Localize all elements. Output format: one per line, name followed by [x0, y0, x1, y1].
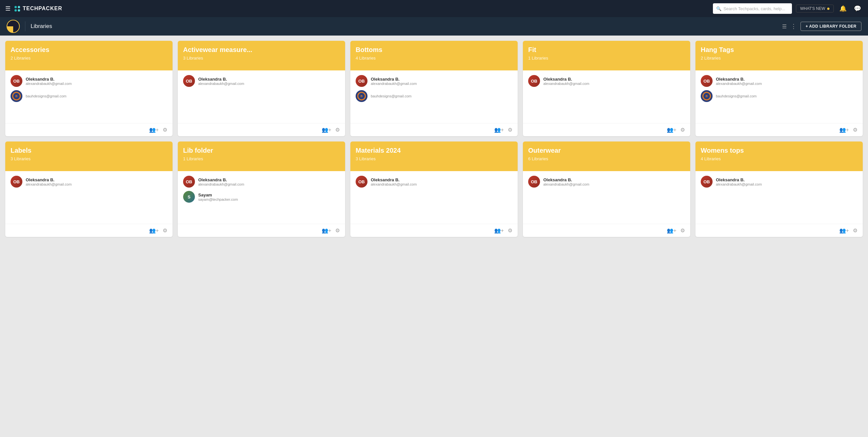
user-name: Oleksandra B.	[716, 77, 762, 81]
user-info: Oleksandra B. alexandrabaukh@gmail.com	[371, 177, 417, 186]
user-email: alexandrabaukh@gmail.com	[371, 182, 417, 186]
library-card[interactable]: Fit 1 Libraries OB Oleksandra B. alexand…	[523, 41, 690, 136]
card-footer: 👥+ ⚙	[695, 224, 863, 237]
settings-icon[interactable]: ⚙	[680, 227, 685, 234]
user-name: Oleksandra B.	[26, 77, 72, 81]
avatar-image: OB	[528, 75, 540, 87]
add-member-icon[interactable]: 👥+	[839, 127, 849, 133]
avatar-image: OB	[355, 176, 368, 188]
filter-icon[interactable]: ☰	[782, 23, 787, 30]
add-member-icon[interactable]: 👥+	[667, 227, 676, 234]
user-row: OB Oleksandra B. alexandrabaukh@gmail.co…	[528, 75, 685, 87]
library-card[interactable]: Hang Tags 2 Libraries OB Oleksandra B. a…	[695, 41, 863, 136]
user-email: bauhdesigns@gmail.com	[26, 94, 66, 98]
card-subtitle: 3 Libraries	[10, 156, 167, 161]
card-footer: 👥+ ⚙	[695, 123, 863, 136]
user-row: B bauhdesigns@gmail.com	[355, 90, 513, 102]
bauh-logo-inner: B	[357, 92, 366, 100]
avatar: OB	[701, 75, 713, 87]
sub-header: Libraries ☰ ⋮ + ADD LIBRARY FOLDER	[0, 17, 868, 36]
user-info: Oleksandra B. alexandrabaukh@gmail.com	[371, 77, 417, 86]
card-subtitle: 2 Libraries	[701, 56, 858, 61]
user-email: bauhdesigns@gmail.com	[371, 94, 412, 98]
card-header: Activewear measure... 3 Libraries	[178, 41, 345, 70]
library-card[interactable]: Lib folder 1 Libraries OB Oleksandra B. …	[178, 141, 345, 237]
add-member-icon[interactable]: 👥+	[149, 127, 159, 133]
card-subtitle: 2 Libraries	[10, 56, 167, 61]
user-row: S Sayam sayam@techpacker.com	[183, 191, 340, 203]
user-email: sayam@techpacker.com	[198, 197, 238, 201]
settings-icon[interactable]: ⚙	[335, 127, 340, 133]
settings-icon[interactable]: ⚙	[508, 127, 513, 133]
card-title: Labels	[10, 147, 167, 154]
user-name: Sayam	[198, 193, 238, 197]
user-row: OB Oleksandra B. alexandrabaukh@gmail.co…	[701, 75, 858, 87]
user-info: bauhdesigns@gmail.com	[26, 94, 66, 98]
settings-icon[interactable]: ⚙	[163, 227, 167, 234]
settings-icon[interactable]: ⚙	[163, 127, 167, 133]
user-info: Oleksandra B. alexandrabaukh@gmail.com	[716, 77, 762, 86]
add-member-icon[interactable]: 👥+	[494, 127, 504, 133]
card-body: OB Oleksandra B. alexandrabaukh@gmail.co…	[523, 171, 690, 224]
user-info: Oleksandra B. alexandrabaukh@gmail.com	[198, 177, 244, 186]
user-name: Oleksandra B.	[198, 177, 244, 182]
bell-icon: 🔔	[839, 5, 846, 12]
library-card[interactable]: Activewear measure... 3 Libraries OB Ole…	[178, 41, 345, 136]
settings-icon[interactable]: ⚙	[335, 227, 340, 234]
add-member-icon[interactable]: 👥+	[149, 227, 159, 234]
settings-icon[interactable]: ⚙	[853, 227, 858, 234]
settings-icon[interactable]: ⚙	[853, 127, 858, 133]
library-card[interactable]: Accessories 2 Libraries OB Oleksandra B.…	[5, 41, 173, 136]
add-member-icon[interactable]: 👥+	[839, 227, 849, 234]
add-library-folder-button[interactable]: + ADD LIBRARY FOLDER	[801, 22, 861, 31]
library-card[interactable]: Labels 3 Libraries OB Oleksandra B. alex…	[5, 141, 173, 237]
app-name: TECHPACKER	[23, 6, 62, 11]
library-card[interactable]: Materials 2024 3 Libraries OB Oleksandra…	[350, 141, 518, 237]
add-member-icon[interactable]: 👥+	[322, 127, 331, 133]
add-member-icon[interactable]: 👥+	[667, 127, 676, 133]
user-row: OB Oleksandra B. alexandrabaukh@gmail.co…	[10, 176, 167, 188]
whats-new-button[interactable]: WHAT'S NEW	[796, 5, 834, 12]
settings-icon[interactable]: ⚙	[680, 127, 685, 133]
notifications-button[interactable]: 🔔	[838, 3, 848, 14]
card-title: Hang Tags	[701, 46, 858, 54]
card-title: Outerwear	[528, 147, 685, 154]
avatar: OB	[183, 75, 195, 87]
search-icon: 🔍	[716, 6, 721, 11]
card-body: OB Oleksandra B. alexandrabaukh@gmail.co…	[178, 171, 345, 224]
more-options-icon[interactable]: ⋮	[790, 23, 797, 30]
user-email: alexandrabaukh@gmail.com	[26, 182, 72, 186]
card-header: Lib folder 1 Libraries	[178, 141, 345, 171]
card-title: Lib folder	[183, 147, 340, 154]
user-info: Oleksandra B. alexandrabaukh@gmail.com	[26, 177, 72, 186]
avatar: OB	[355, 75, 368, 87]
library-card[interactable]: Bottoms 4 Libraries OB Oleksandra B. ale…	[350, 41, 518, 136]
card-footer: 👥+ ⚙	[5, 224, 173, 237]
main-content: Accessories 2 Libraries OB Oleksandra B.…	[0, 36, 868, 437]
card-subtitle: 1 Libraries	[528, 56, 685, 61]
user-name: Oleksandra B.	[26, 177, 72, 182]
card-footer: 👥+ ⚙	[350, 224, 518, 237]
card-header: Outerwear 6 Libraries	[523, 141, 690, 171]
avatar: OB	[528, 176, 540, 188]
user-row: OB Oleksandra B. alexandrabaukh@gmail.co…	[10, 75, 167, 87]
library-card[interactable]: Outerwear 6 Libraries OB Oleksandra B. a…	[523, 141, 690, 237]
hamburger-icon[interactable]: ☰	[5, 5, 10, 12]
avatar: OB	[183, 176, 195, 188]
user-row: B bauhdesigns@gmail.com	[701, 90, 858, 102]
user-info: Oleksandra B. alexandrabaukh@gmail.com	[198, 77, 244, 86]
settings-icon[interactable]: ⚙	[508, 227, 513, 234]
add-member-icon[interactable]: 👥+	[322, 227, 331, 234]
user-row: OB Oleksandra B. alexandrabaukh@gmail.co…	[183, 75, 340, 87]
search-bar[interactable]: 🔍 Search Techpacks, cards, help...	[713, 3, 792, 14]
user-email: alexandrabaukh@gmail.com	[371, 81, 417, 86]
avatar-image: OB	[701, 176, 713, 188]
messages-button[interactable]: 💬	[852, 3, 863, 14]
bauh-avatar: B	[355, 90, 368, 102]
card-footer: 👥+ ⚙	[523, 123, 690, 136]
library-card[interactable]: Womens tops 4 Libraries OB Oleksandra B.…	[695, 141, 863, 237]
card-title: Womens tops	[701, 147, 858, 154]
add-member-icon[interactable]: 👥+	[494, 227, 504, 234]
user-row: OB Oleksandra B. alexandrabaukh@gmail.co…	[355, 75, 513, 87]
user-name: Oleksandra B.	[543, 177, 589, 182]
